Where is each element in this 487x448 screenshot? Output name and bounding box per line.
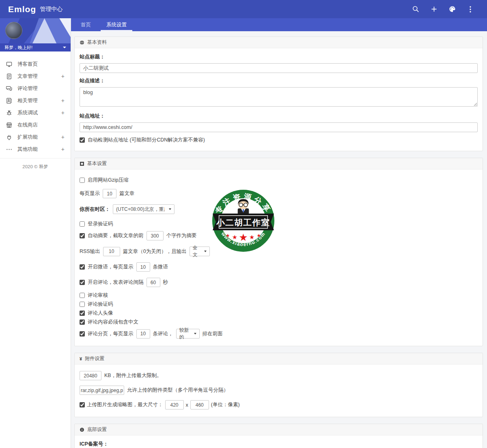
site-desc-label: 站点描述：	[80, 77, 478, 84]
chevron-down-icon	[63, 47, 66, 48]
bug-icon	[6, 110, 12, 116]
timezone-value: (UTC+08:00)北京，重庆，香港特别行政区，	[116, 206, 165, 213]
comment-enable-checkbox[interactable]	[80, 280, 85, 285]
thumbnail-checkbox[interactable]	[80, 402, 85, 407]
sidebar-banner-decoration	[0, 18, 71, 43]
per-page-input[interactable]	[103, 189, 116, 198]
search-icon[interactable]	[412, 6, 419, 13]
file-types-input[interactable]	[80, 386, 124, 395]
thumbnail-post: (单位：像素)	[211, 401, 240, 408]
comment-chinese-checkbox[interactable]	[80, 319, 85, 325]
icp-label: ICP备案号：	[80, 441, 478, 448]
expand-plus-icon[interactable]: +	[61, 134, 65, 140]
user-avatar[interactable]	[5, 22, 22, 39]
rss-mid: 篇文章（0为关闭），且输出	[123, 248, 187, 255]
expand-plus-icon[interactable]: +	[61, 109, 65, 116]
timezone-label: 你所在时区：	[80, 206, 110, 213]
article-icon	[6, 73, 12, 79]
comment-order-select[interactable]: 较新的	[176, 329, 200, 339]
excerpt-length-input[interactable]	[147, 231, 164, 240]
add-icon[interactable]	[430, 6, 437, 13]
file-types-label: 允许上传的附件类型（多个用半角逗号分隔）	[127, 387, 228, 394]
select-arrow-icon	[169, 208, 171, 210]
sidebar-item-label: 扩展功能	[17, 134, 38, 141]
auto-detect-checkbox[interactable]	[80, 137, 85, 143]
panel-title: 基本资料	[87, 39, 107, 46]
sidebar-item-label: 评论管理	[17, 85, 38, 92]
site-title-label: 站点标题：	[80, 54, 478, 60]
expand-plus-icon[interactable]: +	[61, 146, 65, 152]
panel-header: 底部设置	[75, 424, 483, 435]
expand-plus-icon[interactable]: +	[61, 97, 65, 104]
select-arrow-icon	[204, 251, 207, 252]
plugin-icon	[6, 134, 12, 140]
panel-header: 基本设置	[75, 158, 483, 169]
comment-audit-checkbox[interactable]	[80, 293, 85, 298]
panel-header: 基本资料	[75, 37, 483, 48]
comment-paging-pre: 评论分页，每页显示	[88, 330, 134, 337]
comment-captcha-checkbox[interactable]	[80, 302, 85, 307]
comment-paging-input[interactable]	[136, 329, 150, 339]
sidebar-item-blog-home[interactable]: 博客首页	[0, 58, 71, 70]
greeting-text: 释梦，晚上好!	[4, 45, 32, 51]
comment-paging-checkbox[interactable]	[80, 331, 85, 337]
sidebar-item-other[interactable]: 其他功能 +	[0, 143, 71, 155]
comment-order-value: 较新的	[179, 327, 190, 341]
sidebar-item-store[interactable]: 在线商店	[0, 119, 71, 131]
gzip-checkbox[interactable]	[80, 178, 85, 183]
timezone-select[interactable]: (UTC+08:00)北京，重庆，香港特别行政区，	[113, 204, 175, 214]
expand-plus-icon[interactable]: +	[61, 73, 65, 79]
sidebar-item-label: 博客首页	[17, 61, 38, 68]
tab-bar: 首页 系统设置	[71, 18, 487, 31]
comment-interval-input[interactable]	[147, 278, 160, 287]
panel-title: 底部设置	[87, 426, 107, 433]
rss-pre: RSS输出	[80, 248, 100, 255]
twitter-count-input[interactable]	[136, 262, 150, 272]
sidebar-item-label: 系统调试	[17, 109, 38, 116]
comment-paging-post: 排在前面	[203, 330, 223, 337]
thumb-height-input[interactable]	[190, 400, 209, 409]
max-upload-input[interactable]	[80, 371, 101, 380]
info-icon	[80, 427, 84, 432]
site-url-input[interactable]	[80, 122, 478, 132]
sidebar: 释梦，晚上好! 博客首页 文章管理 + 评论管理 相关管理 + 系统调试 +	[0, 18, 71, 448]
tab-system-settings[interactable]: 系统设置	[101, 18, 132, 31]
twitter-checkbox[interactable]	[80, 264, 85, 270]
sidebar-item-label: 相关管理	[17, 97, 38, 104]
thumb-width-input[interactable]	[165, 400, 184, 409]
per-page-post: 篇文章	[119, 190, 135, 197]
kebab-menu-icon[interactable]	[467, 6, 474, 13]
contacts-icon	[6, 98, 12, 104]
site-desc-textarea[interactable]: blog	[80, 87, 478, 107]
tab-home[interactable]: 首页	[75, 18, 97, 31]
comment-captcha-label: 评论验证码	[88, 301, 113, 308]
sidebar-item-related[interactable]: 相关管理 +	[0, 94, 71, 107]
theme-palette-icon[interactable]	[448, 6, 456, 13]
panel-header: ¥ 附件设置	[75, 353, 483, 364]
sidebar-item-comments[interactable]: 评论管理	[0, 82, 71, 94]
panel-attachment: ¥ 附件设置 KB，附件上传最大限制。 允许上传的附件类型（多个用半角逗号分隔）…	[74, 353, 483, 417]
login-captcha-checkbox[interactable]	[80, 221, 85, 227]
sidebar-item-debug[interactable]: 系统调试 +	[0, 107, 71, 119]
twitter-pre: 开启微语，每页显示	[88, 264, 134, 270]
user-greeting-dropdown[interactable]: 释梦，晚上好!	[0, 43, 71, 51]
rss-output-select[interactable]: 全文	[190, 247, 210, 256]
comments-icon	[6, 86, 12, 92]
rss-count-input[interactable]	[103, 247, 120, 256]
sidebar-item-label: 其他功能	[17, 146, 38, 153]
panel-footer-settings: 底部设置 ICP备案号： 首页底部信息(支持html，可用于添加流量统计代码)：…	[74, 424, 483, 448]
auto-excerpt-checkbox[interactable]	[80, 233, 85, 238]
thumbnail-times: x	[186, 402, 188, 408]
panel-basic-info: 基本资料 站点标题： 站点描述： blog 站点地址： 自动检测站点地址 (可能…	[74, 36, 483, 151]
max-upload-label: KB，附件上传最大限制。	[104, 372, 162, 379]
sidebar-item-extensions[interactable]: 扩展功能 +	[0, 131, 71, 143]
sidebar-item-articles[interactable]: 文章管理 +	[0, 70, 71, 82]
comment-avatar-checkbox[interactable]	[80, 311, 85, 316]
settings-page: 基本资料 站点标题： 站点描述： blog 站点地址： 自动检测站点地址 (可能…	[71, 31, 487, 448]
auto-excerpt-post: 个字作为摘要	[166, 232, 197, 239]
site-title-input[interactable]	[80, 63, 478, 73]
per-page-pre: 每页显示	[80, 190, 100, 197]
comment-interval-pre: 开启评论，发表评论间隔	[88, 279, 144, 286]
panel-title: 基本设置	[87, 160, 107, 167]
comment-audit-label: 评论审核	[88, 292, 108, 299]
